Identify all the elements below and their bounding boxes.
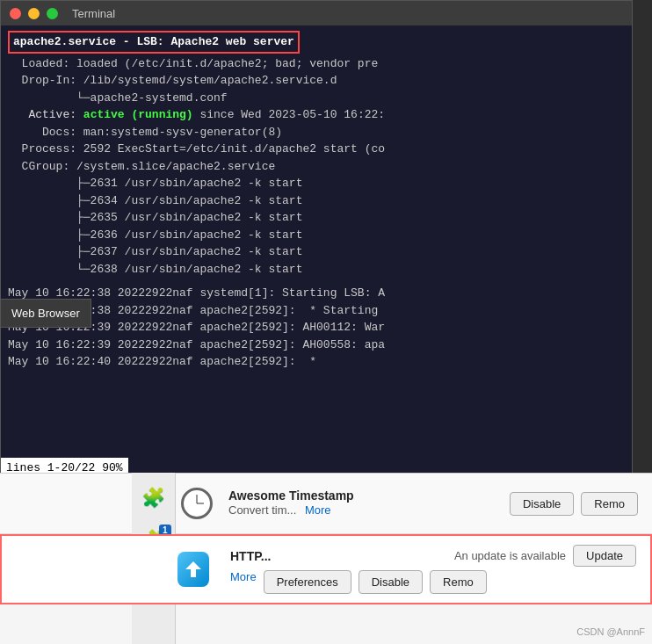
http-disable-button[interactable]: Disable (359, 570, 423, 594)
puzzle-icon: 🧩 (141, 487, 165, 510)
http-update-notice: An update is available (454, 549, 566, 562)
awesome-timestamp-desc: Convert tim... (228, 503, 296, 517)
http-info: HTTP... An update is available Update Mo… (230, 545, 636, 594)
terminal-line: └─apache2-systemd.conf (8, 90, 625, 107)
terminal-line: ├─2635 /usr/sbin/apache2 -k start (8, 209, 625, 227)
terminal-body: apache2.service - LSB: Apache2 web serve… (1, 25, 632, 478)
close-button[interactable] (10, 8, 21, 19)
minimize-button[interactable] (28, 8, 40, 19)
http-extension-row: HTTP... An update is available Update Mo… (0, 534, 652, 604)
awesome-timestamp-actions: Disable Remo (510, 492, 638, 516)
http-preferences-button[interactable]: Preferences (264, 570, 351, 594)
terminal-line: CGroup: /system.slice/apache2.service (8, 158, 625, 176)
terminal-line: Drop-In: /lib/systemd/system/apache2.ser… (8, 72, 625, 90)
terminal-line: Docs: man:systemd-sysv-generator(8) (8, 124, 625, 141)
terminal-log-line: May 10 16:22:39 20222922naf apache2[2592… (8, 336, 625, 354)
terminal-line: Process: 2592 ExecStart=/etc/init.d/apac… (8, 141, 625, 158)
http-actions-top: HTTP... An update is available Update (230, 545, 636, 567)
terminal-line: ├─2634 /usr/sbin/apache2 -k start (8, 192, 625, 210)
terminal-log-line: May 10 16:22:38 20222922naf apache2[2592… (8, 302, 625, 320)
csdn-watermark: CSDN @AnnnF (576, 626, 645, 637)
terminal-line: ├─2631 /usr/sbin/apache2 -k start (8, 175, 625, 192)
web-browser-label: Web Browser (0, 299, 91, 328)
terminal-line: └─2638 /usr/sbin/apache2 -k start (8, 261, 625, 279)
terminal-window: Terminal apache2.service - LSB: Apache2 … (0, 0, 633, 479)
awesome-timestamp-more-link[interactable]: More (305, 503, 331, 517)
http-icon (177, 552, 209, 587)
awesome-timestamp-remove-button[interactable]: Remo (581, 492, 638, 516)
awesome-timestamp-info: Awesome Timestamp Convert tim... More (228, 488, 510, 518)
terminal-log-line: May 10 16:22:39 20222922naf apache2[2592… (8, 319, 625, 336)
http-more-link[interactable]: More (230, 570, 257, 594)
terminal-log-line: May 10 16:22:40 20222922naf apache2[2592… (8, 353, 625, 371)
awesome-timestamp-row: Awesome Timestamp Convert tim... More Di… (0, 474, 652, 534)
terminal-title: Terminal (72, 7, 115, 20)
http-actions-bottom: More Preferences Disable Remo (230, 570, 636, 594)
sidebar-icon-extensions[interactable]: 🧩 (141, 486, 166, 510)
clock-icon (181, 488, 213, 519)
terminal-line: Active: active (running) since Wed 2023-… (8, 106, 625, 124)
terminal-line: ├─2636 /usr/sbin/apache2 -k start (8, 227, 625, 244)
http-remove-button[interactable]: Remo (430, 570, 487, 594)
awesome-timestamp-disable-button[interactable]: Disable (510, 492, 574, 516)
extension-panel: 🧩 🧩 1 Awesome Timestamp Convert tim... M… (0, 473, 652, 644)
maximize-button[interactable] (47, 8, 58, 19)
svg-marker-0 (185, 561, 201, 577)
http-name: HTTP... (230, 549, 271, 563)
terminal-line: ├─2637 /usr/sbin/apache2 -k start (8, 243, 625, 261)
http-update-button[interactable]: Update (573, 545, 636, 567)
terminal-log-line: May 10 16:22:38 20222922naf systemd[1]: … (8, 285, 625, 302)
terminal-line: Loaded: loaded (/etc/init.d/apache2; bad… (8, 55, 625, 73)
service-header: apache2.service - LSB: Apache2 web serve… (8, 31, 300, 54)
http-icon-area (177, 548, 220, 590)
terminal-titlebar: Terminal (1, 1, 632, 25)
awesome-timestamp-icon-area (176, 482, 218, 525)
awesome-timestamp-name: Awesome Timestamp (228, 488, 510, 503)
